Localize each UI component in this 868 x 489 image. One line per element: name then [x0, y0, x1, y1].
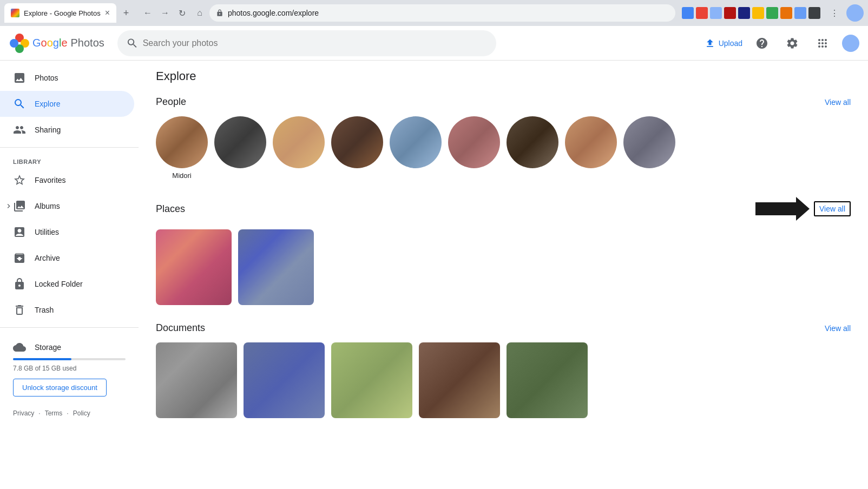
ext-icon-7[interactable] — [766, 7, 778, 19]
chevron-right-icon — [4, 202, 13, 210]
upload-button[interactable]: Upload — [705, 38, 742, 49]
person-avatar-5 — [390, 116, 442, 168]
tab-favicon — [11, 9, 19, 17]
person-item-7[interactable] — [507, 116, 558, 168]
sharing-icon — [13, 123, 26, 136]
ext-icon-1[interactable] — [682, 7, 694, 19]
places-row — [156, 229, 851, 305]
sidebar-photos-label: Photos — [35, 74, 58, 82]
documents-view-all-link[interactable]: View all — [825, 324, 851, 333]
person-item-4[interactable] — [331, 116, 383, 168]
new-tab-button[interactable]: + — [119, 5, 134, 21]
footer-separator-1: · — [38, 409, 40, 417]
people-row: Midori — [156, 116, 851, 180]
sidebar-sharing-label: Sharing — [35, 125, 61, 134]
people-section-header: People View all — [156, 96, 851, 108]
app-header: Google Photos Upload — [0, 26, 868, 61]
svg-point-3 — [10, 39, 18, 48]
address-bar[interactable]: photos.google.com/explore — [209, 4, 675, 22]
storage-used-text: 7.8 GB of 15 GB used — [13, 365, 126, 372]
sidebar-item-explore[interactable]: Explore — [0, 91, 134, 117]
user-avatar-browser[interactable] — [846, 4, 864, 22]
tab-close-button[interactable]: × — [105, 8, 110, 18]
sidebar-item-locked-folder[interactable]: Locked Folder — [0, 271, 134, 297]
sidebar: Photos Explore Sharing LIBRARY Favorites… — [0, 61, 139, 489]
url-text: photos.google.com/explore — [228, 9, 319, 17]
apps-button[interactable] — [812, 32, 833, 54]
place-item-1[interactable] — [156, 229, 232, 305]
sidebar-item-utilities[interactable]: Utilities — [0, 219, 134, 245]
person-item-8[interactable] — [565, 116, 617, 168]
google-photos-logo[interactable]: Google Photos — [9, 32, 104, 54]
forward-button[interactable]: → — [157, 5, 173, 21]
sidebar-albums-label: Albums — [35, 202, 60, 210]
svg-marker-4 — [755, 197, 810, 221]
people-view-all-link[interactable]: View all — [825, 98, 851, 107]
main-layout: Photos Explore Sharing LIBRARY Favorites… — [0, 61, 868, 489]
albums-icon — [13, 200, 26, 213]
search-bar[interactable] — [117, 30, 496, 56]
cloud-icon — [13, 341, 26, 354]
sidebar-item-trash[interactable]: Trash — [0, 297, 134, 323]
ext-icon-2[interactable] — [696, 7, 708, 19]
people-section-title: People — [156, 96, 186, 108]
more-options-button[interactable]: ⋮ — [827, 5, 842, 21]
main-content: Explore People View all Midori — [139, 61, 868, 489]
places-section-title: Places — [156, 203, 185, 215]
document-item-1[interactable] — [156, 342, 237, 418]
storage-section: Storage 7.8 GB of 15 GB used Unlock stor… — [0, 332, 139, 405]
sidebar-item-archive[interactable]: Archive — [0, 245, 134, 271]
privacy-link[interactable]: Privacy — [13, 409, 34, 417]
logo-google-text: Google — [32, 37, 68, 49]
person-item-6[interactable] — [448, 116, 500, 168]
person-item-3[interactable] — [273, 116, 325, 168]
document-item-5[interactable] — [507, 342, 588, 418]
ext-icon-9[interactable] — [794, 7, 806, 19]
unlock-storage-button[interactable]: Unlock storage discount — [13, 379, 107, 397]
ext-icon-5[interactable] — [738, 7, 750, 19]
ext-icon-10[interactable] — [808, 7, 820, 19]
document-item-2[interactable] — [244, 342, 325, 418]
settings-button[interactable] — [781, 32, 803, 54]
sidebar-divider — [0, 147, 139, 148]
reload-button[interactable]: ↻ — [175, 5, 190, 21]
document-item-3[interactable] — [331, 342, 412, 418]
person-item-5[interactable] — [390, 116, 442, 168]
browser-tab[interactable]: Explore - Google Photos × — [4, 3, 116, 23]
browser-controls: ← → ↻ ⌂ — [140, 5, 207, 21]
place-item-2[interactable] — [238, 229, 314, 305]
browser-chrome: Explore - Google Photos × + ← → ↻ ⌂ phot… — [0, 0, 868, 26]
person-avatar-6 — [448, 116, 500, 168]
help-button[interactable] — [751, 32, 773, 54]
documents-row — [156, 342, 851, 418]
terms-link[interactable]: Terms — [45, 409, 63, 417]
back-button[interactable]: ← — [140, 5, 155, 21]
sidebar-item-sharing[interactable]: Sharing — [0, 117, 134, 143]
sidebar-item-albums[interactable]: Albums — [0, 193, 134, 219]
person-item-midori[interactable]: Midori — [156, 116, 208, 180]
person-avatar-8 — [565, 116, 617, 168]
document-item-4[interactable] — [419, 342, 500, 418]
ext-icon-3[interactable] — [710, 7, 722, 19]
user-avatar[interactable] — [842, 35, 859, 52]
places-view-all-link[interactable]: View all — [814, 201, 851, 216]
settings-icon — [786, 37, 799, 50]
ext-icon-4[interactable] — [724, 7, 736, 19]
person-item-9[interactable] — [623, 116, 675, 168]
person-item-2[interactable] — [214, 116, 266, 168]
header-actions: Upload — [705, 32, 859, 54]
places-section-header: Places View all — [156, 197, 851, 221]
person-avatar-midori — [156, 116, 208, 168]
sidebar-item-photos[interactable]: Photos — [0, 65, 134, 91]
sidebar-trash-label: Trash — [35, 306, 54, 314]
ext-icon-6[interactable] — [752, 7, 764, 19]
person-avatar-9 — [623, 116, 675, 168]
google-photos-logo-icon — [9, 32, 30, 54]
lock-icon — [13, 277, 26, 290]
home-button[interactable]: ⌂ — [192, 5, 207, 21]
arrow-annotation — [755, 197, 810, 221]
ext-icon-8[interactable] — [780, 7, 792, 19]
search-input[interactable] — [143, 38, 488, 48]
sidebar-item-favorites[interactable]: Favorites — [0, 167, 134, 193]
policy-link[interactable]: Policy — [73, 409, 90, 417]
